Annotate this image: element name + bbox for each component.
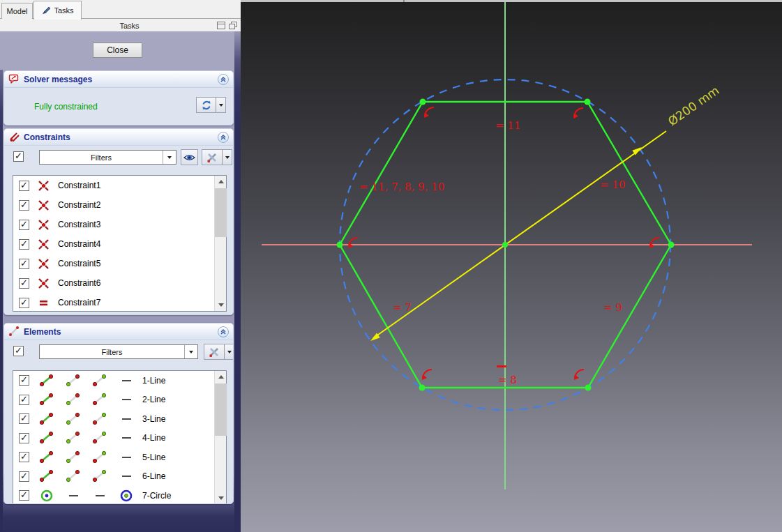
constraint-row[interactable]: Constraint6	[13, 273, 214, 293]
line-edge-icon	[38, 469, 56, 483]
equal-label-upper-right[interactable]: = 10	[600, 178, 625, 191]
panel-left-border	[0, 70, 3, 532]
element-row[interactable]: 1-Line	[13, 371, 214, 390]
shade-panel-icon[interactable]	[217, 22, 225, 29]
line-edge-icon	[38, 450, 56, 464]
float-panel-icon[interactable]	[229, 22, 237, 29]
constraint-label: Constraint4	[58, 239, 100, 249]
element-label: 6-Line	[142, 471, 165, 481]
constraint-row[interactable]: Constraint5	[13, 254, 214, 273]
element-row[interactable]: 3-Line	[13, 409, 214, 429]
elements-collapse-button[interactable]	[218, 326, 229, 337]
elements-section: Elements Filters	[3, 323, 234, 504]
combo-arrow-icon	[163, 151, 176, 164]
constraint-row[interactable]: Constraint1	[13, 176, 214, 195]
constraints-filter-combo[interactable]: Filters	[39, 150, 176, 165]
pencil-icon	[41, 5, 51, 16]
close-button[interactable]: Close	[93, 43, 142, 58]
element-checkbox[interactable]	[19, 395, 29, 405]
constraint-checkbox[interactable]	[19, 181, 29, 191]
solver-messages-body: Fully constrained	[4, 88, 233, 126]
line-start-point-icon	[64, 431, 82, 445]
sketch-canvas: Ø200 mm = 11 = 11, 7, 8, 9, 10 = 10 = 7 …	[241, 0, 782, 532]
constraint-row[interactable]: Constraint4	[13, 234, 214, 254]
element-row[interactable]: 6-Line	[13, 467, 214, 487]
elements-scrollbar[interactable]	[214, 371, 226, 504]
solver-refresh-button[interactable]	[196, 97, 226, 113]
vertex-point[interactable]	[419, 385, 426, 391]
element-checkbox[interactable]	[19, 452, 29, 462]
tab-model[interactable]: Model	[1, 3, 33, 19]
line-start-point-icon	[64, 450, 82, 464]
scroll-down-icon[interactable]	[215, 492, 227, 504]
center-point[interactable]	[502, 242, 508, 248]
eye-icon	[181, 150, 197, 165]
equal-label-lower-left[interactable]: = 7	[393, 301, 412, 314]
element-row[interactable]: 7-Circle	[13, 486, 214, 504]
element-row[interactable]: 4-Line	[13, 429, 214, 448]
circle-center-point-icon	[117, 489, 135, 503]
element-checkbox[interactable]	[19, 375, 29, 386]
element-row[interactable]: 5-Line	[13, 448, 214, 467]
line-end-point-icon	[91, 431, 109, 445]
equal-label-bottom[interactable]: = 8	[498, 374, 517, 386]
elements-settings-button[interactable]	[204, 344, 234, 360]
line-start-point-icon	[64, 469, 82, 483]
coincident-constraint-icon	[38, 238, 50, 250]
constraint-label: Constraint2	[58, 200, 100, 210]
element-checkbox[interactable]	[19, 490, 29, 501]
tab-tasks[interactable]: Tasks	[33, 1, 82, 20]
element-checkbox[interactable]	[19, 433, 29, 443]
element-checkbox[interactable]	[19, 471, 29, 482]
element-row[interactable]: 2-Line	[13, 390, 214, 410]
no-start-dash	[64, 495, 82, 496]
refresh-dropdown-arrow[interactable]	[216, 98, 225, 112]
scroll-up-icon[interactable]	[215, 371, 227, 383]
settings-dropdown-arrow[interactable]	[222, 150, 232, 165]
show-hide-constraints-button[interactable]	[181, 149, 198, 165]
dimension-line[interactable]	[373, 131, 666, 338]
refresh-icon	[197, 98, 216, 112]
constraint-row[interactable]: Constraint3	[13, 215, 214, 234]
line-end-point-icon	[91, 469, 109, 483]
equal-label-top[interactable]: = 11	[495, 119, 520, 132]
scroll-down-icon[interactable]	[215, 299, 227, 311]
constraint-checkbox[interactable]	[19, 220, 29, 230]
constraint-row[interactable]: Constraint7	[13, 293, 214, 311]
vertex-point[interactable]	[668, 242, 675, 248]
constraints-filter-row: Filters	[4, 146, 233, 168]
constraint-checkbox[interactable]	[19, 200, 29, 211]
solver-messages-icon	[8, 73, 20, 86]
vertex-point[interactable]	[337, 242, 343, 248]
line-edge-icon	[38, 374, 56, 388]
vertex-point[interactable]	[585, 99, 591, 105]
elements-filter-checkbox[interactable]	[13, 346, 24, 356]
constraints-settings-button[interactable]	[202, 149, 232, 165]
scroll-thumb[interactable]	[215, 188, 227, 237]
diameter-dimension[interactable]: Ø200 mm	[370, 84, 721, 341]
coincident-marker-icon	[649, 238, 659, 248]
constraints-collapse-button[interactable]	[218, 132, 229, 143]
no-center-dash	[117, 457, 135, 458]
scroll-thumb[interactable]	[215, 383, 227, 436]
constraint-row[interactable]: Constraint2	[13, 195, 214, 215]
element-checkbox[interactable]	[19, 413, 29, 424]
elements-filter-combo[interactable]: Filters	[39, 344, 198, 359]
solver-messages-section: Solver messages Fully constrained	[3, 70, 234, 126]
vertex-point[interactable]	[585, 385, 592, 391]
constraints-scrollbar[interactable]	[214, 176, 226, 311]
3d-viewport[interactable]: Ø200 mm = 11 = 11, 7, 8, 9, 10 = 10 = 7 …	[241, 0, 782, 532]
settings-dropdown-arrow[interactable]	[224, 344, 234, 359]
vertex-point[interactable]	[420, 99, 426, 105]
dimension-text[interactable]: Ø200 mm	[666, 84, 722, 129]
scroll-up-icon[interactable]	[215, 176, 227, 188]
constraints-filter-checkbox[interactable]	[13, 151, 24, 162]
equal-label-left[interactable]: = 11, 7, 8, 9, 10	[359, 181, 444, 193]
constraint-checkbox[interactable]	[19, 298, 29, 308]
equal-label-lower-right[interactable]: = 9	[603, 301, 622, 314]
constraint-checkbox[interactable]	[19, 259, 29, 269]
constraint-checkbox[interactable]	[19, 278, 29, 289]
solver-collapse-button[interactable]	[218, 74, 229, 85]
solver-messages-title: Solver messages	[24, 75, 218, 84]
constraint-checkbox[interactable]	[19, 239, 29, 250]
